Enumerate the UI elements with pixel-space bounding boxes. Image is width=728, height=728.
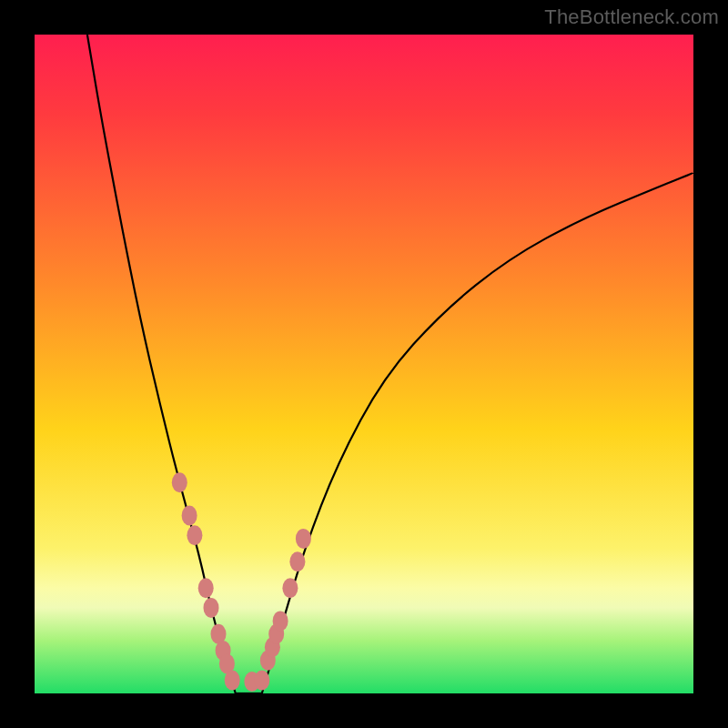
marker-dot [289, 551, 305, 571]
marker-dot [282, 578, 298, 598]
curve-layer [35, 35, 693, 693]
plot-area [35, 35, 693, 693]
watermark-text: TheBottleneck.com [544, 5, 719, 29]
marker-dot [172, 472, 187, 492]
marker-dot [198, 578, 214, 598]
marker-dot [273, 611, 288, 631]
marker-dot [187, 525, 202, 545]
marker-dot [296, 529, 311, 549]
marker-dot [225, 671, 240, 691]
curve-right-branch [262, 173, 693, 693]
marker-dot [204, 598, 219, 618]
marker-dot [182, 506, 197, 526]
marker-dot [254, 671, 269, 691]
chart-frame: TheBottleneck.com [0, 0, 728, 728]
curve-left-branch [87, 35, 236, 693]
